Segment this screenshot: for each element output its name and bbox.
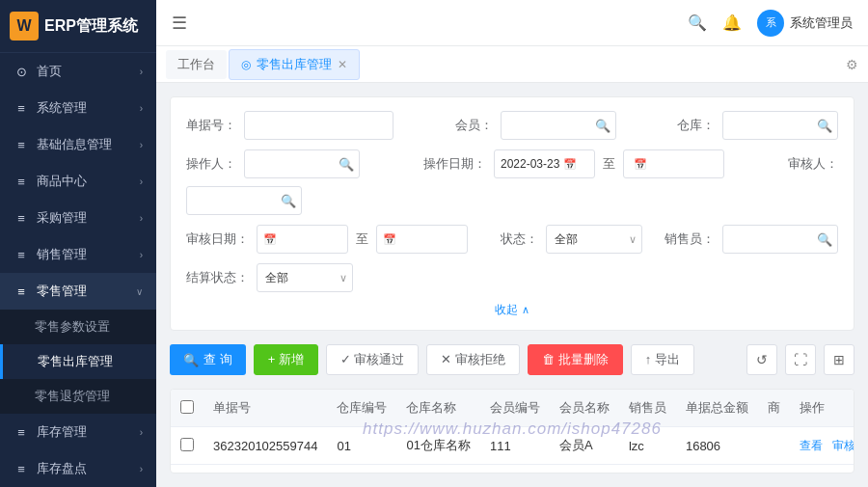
sidebar-item-retail-out[interactable]: 零售出库管理 [0, 344, 156, 379]
cell-warehouse-name: 01仓库名称 [396, 427, 479, 465]
op-date-from-value: 2022-03-23 [501, 157, 559, 171]
sidebar: W ERP管理系统 ⊙ 首页 › ≡ 系统管理 › ≡ 基础信息管理 › [0, 0, 156, 487]
salesperson-input-wrap: 🔍 [722, 225, 838, 254]
filter-row-3: 审核日期： 📅 至 📅 状态： 全部 待审核 已审核 已拒绝 [186, 225, 838, 254]
sidebar-item-warehouse[interactable]: ≡ 库存管理 › [0, 414, 156, 450]
cell-total-amount: 3500 [676, 465, 758, 474]
warehouse-search-icon[interactable]: 🔍 [817, 119, 832, 133]
member-search-icon[interactable]: 🔍 [595, 119, 610, 133]
chevron-right-icon: › [140, 140, 143, 150]
batch-delete-button[interactable]: 🗑 批量删除 [528, 344, 623, 375]
cell-actions: 查看 审核 修改 删除 [790, 465, 854, 474]
select-all-checkbox[interactable] [180, 400, 194, 414]
retail-icon: ≡ [14, 284, 29, 299]
sidebar-item-inventory[interactable]: ≡ 库存盘点 › [0, 450, 156, 487]
reject-label: ✕ 审核拒绝 [441, 351, 505, 368]
tab-workspace[interactable]: 工作台 [166, 50, 227, 79]
cell-order-no: 723836882522112 [203, 465, 327, 474]
op-date-label: 操作日期： [423, 155, 486, 173]
reject-button[interactable]: ✕ 审核拒绝 [426, 344, 520, 375]
sidebar-item-basic-info[interactable]: ≡ 基础信息管理 › [0, 126, 156, 163]
sidebar-item-goods[interactable]: ≡ 商品中心 › [0, 163, 156, 200]
avatar: 系 [757, 10, 784, 37]
row-checkbox[interactable] [180, 438, 194, 451]
sidebar-item-label: 商品中心 [37, 173, 87, 190]
refresh-button[interactable]: ↺ [746, 344, 777, 375]
col-salesperson: 销售员 [619, 390, 676, 427]
sidebar-item-label: 首页 [37, 63, 62, 80]
chevron-right-icon: › [140, 213, 143, 224]
order-no-input[interactable] [244, 111, 393, 140]
status-label: 状态： [490, 230, 538, 248]
op-date-to-input[interactable]: 📅 [623, 149, 724, 178]
export-button[interactable]: ↑ 导出 [631, 344, 694, 375]
sidebar-item-retail-return[interactable]: 零售退货管理 [0, 379, 156, 414]
goods-icon: ≡ [14, 175, 29, 189]
username-label: 系统管理员 [790, 14, 853, 32]
filter-panel: 单据号： 会员： 🔍 仓库： 🔍 操作人： [170, 96, 854, 331]
export-label: ↑ 导出 [645, 351, 680, 368]
grid-button[interactable]: ⊞ [824, 344, 854, 375]
sidebar-logo: W ERP管理系统 [0, 0, 156, 53]
menu-toggle-icon[interactable]: ☰ [172, 13, 187, 34]
tab-close-icon[interactable]: ✕ [338, 58, 347, 71]
approve-button[interactable]: ✓ 审核通过 [326, 344, 420, 375]
audit-date-from-input[interactable]: 📅 [257, 225, 348, 254]
warehouse-icon: ≡ [14, 425, 29, 440]
expand-button[interactable]: ⛶ [785, 344, 816, 375]
sidebar-item-home[interactable]: ⊙ 首页 › [0, 53, 156, 90]
sidebar-item-sales[interactable]: ≡ 销售管理 › [0, 236, 156, 273]
sales-icon: ≡ [14, 248, 29, 262]
user-menu[interactable]: 系 系统管理员 [757, 10, 853, 37]
status-select-wrap: 全部 待审核 已审核 已拒绝 ∨ [546, 225, 642, 254]
filter-row-2: 操作人： 🔍 操作日期： 2022-03-23 📅 至 📅 审核人： [186, 149, 838, 215]
purchase-icon: ≡ [14, 211, 29, 226]
view-link[interactable]: 查看 [800, 439, 823, 452]
chevron-right-icon: › [140, 464, 143, 474]
warehouse-input-wrap: 🔍 [722, 111, 838, 140]
salesperson-search-icon[interactable]: 🔍 [817, 232, 832, 247]
tabs-setting-icon[interactable]: ⚙ [846, 57, 858, 72]
settlement-status-select[interactable]: 全部 未结算 已结算 [257, 263, 353, 292]
col-order-no: 单据号 [203, 390, 327, 427]
op-date-from-input[interactable]: 2022-03-23 📅 [494, 149, 595, 178]
filter-row-4: 结算状态： 全部 未结算 已结算 ∨ [186, 263, 838, 292]
chevron-right-icon: › [140, 103, 143, 114]
filter-collapse-btn[interactable]: 收起 ∧ [186, 302, 838, 318]
toolbar: 🔍 查 询 + 新增 ✓ 审核通过 ✕ 审核拒绝 🗑 批量删除 ↑ 导出 ↺ [170, 340, 854, 379]
sidebar-item-purchase[interactable]: ≡ 采购管理 › [0, 200, 156, 236]
sidebar-item-retail[interactable]: ≡ 零售管理 ∨ [0, 273, 156, 310]
add-button[interactable]: + 新增 [254, 344, 318, 375]
search-icon: 🔍 [183, 353, 199, 367]
query-button[interactable]: 🔍 查 询 [170, 344, 246, 375]
tab-retail-out[interactable]: ◎ 零售出库管理 ✕ [229, 49, 360, 80]
main-area: ☰ 🔍 🔔 系 系统管理员 工作台 ◎ 零售出库管理 ✕ ⚙ 单据号： [156, 0, 868, 487]
col-member-code: 会员编号 [480, 390, 550, 427]
sidebar-item-retail-params[interactable]: 零售参数设置 [0, 310, 156, 344]
col-member-name: 会员名称 [550, 390, 619, 427]
filter-row-1: 单据号： 会员： 🔍 仓库： 🔍 [186, 111, 838, 140]
audit-date-to-input[interactable]: 📅 [376, 225, 468, 254]
member-label: 会员： [445, 117, 493, 134]
col-warehouse-code: 仓库编号 [327, 390, 396, 427]
cell-salesperson: lzc [619, 427, 676, 465]
cell-order-no: 362320102559744 [203, 427, 327, 465]
search-icon[interactable]: 🔍 [688, 14, 707, 32]
audit-date-separator: 至 [356, 230, 368, 248]
cell-member-name: 会员A [550, 465, 619, 474]
table-row: 362320102559744 01 01仓库名称 111 会员A lzc 16… [171, 427, 854, 465]
approve-link[interactable]: 审核 [832, 439, 854, 452]
sidebar-item-system[interactable]: ≡ 系统管理 › [0, 90, 156, 126]
warehouse-label: 仓库： [666, 117, 715, 134]
reviewer-search-icon[interactable]: 🔍 [281, 194, 296, 208]
cell-remark [758, 465, 790, 474]
col-warehouse-name: 仓库名称 [396, 390, 479, 427]
tab-icon: ◎ [241, 58, 251, 71]
operator-search-icon[interactable]: 🔍 [339, 157, 354, 172]
cell-warehouse-code: 01 [327, 427, 396, 465]
sidebar-item-label: 系统管理 [37, 99, 87, 117]
grid-icon: ⊞ [833, 352, 845, 367]
bell-icon[interactable]: 🔔 [722, 14, 742, 32]
collapse-arrow-icon: ∧ [522, 304, 529, 316]
status-select[interactable]: 全部 待审核 已审核 已拒绝 [546, 225, 642, 254]
